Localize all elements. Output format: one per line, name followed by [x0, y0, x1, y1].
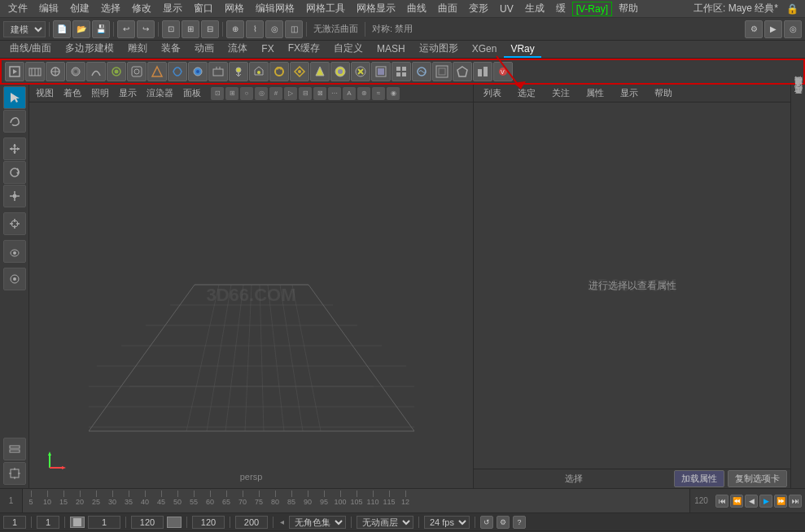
status-settings-btn[interactable]: ⚙ [497, 516, 510, 529]
render-btn[interactable]: ▶ [764, 20, 782, 38]
vp-smooth-icon[interactable]: ○ [240, 87, 253, 100]
right-header-focus[interactable]: 关注 [549, 86, 573, 100]
viewport-menu-shading[interactable]: 着色 [60, 86, 85, 100]
channel-box-tab[interactable]: 通道盒/层编辑器 [791, 88, 806, 97]
snap-to-point-btn[interactable]: ◎ [265, 20, 283, 38]
open-file-btn[interactable]: 📂 [72, 20, 90, 38]
tab-curves-surfaces[interactable]: 曲线/曲面 [3, 41, 58, 59]
tab-animation[interactable]: 动画 [188, 41, 221, 59]
vp-resolution-icon[interactable]: ⊟ [299, 87, 312, 100]
anim-layer-dropdown[interactable]: 无动画层 [357, 516, 413, 529]
vray-icon-9[interactable] [168, 62, 187, 81]
lock-icon[interactable]: 🔒 [783, 3, 802, 15]
menu-window[interactable]: 窗口 [189, 0, 218, 17]
vray-icon-7[interactable] [127, 62, 147, 81]
vp-toggle-icon[interactable]: ⊡ [211, 87, 224, 100]
current-frame-input[interactable] [3, 516, 26, 529]
scale-tool-btn[interactable] [3, 185, 26, 207]
tab-fx[interactable]: FX [255, 41, 280, 58]
timeline-ruler[interactable]: 5101520253035404550556065707580859095100… [23, 489, 689, 512]
menu-mesh-display[interactable]: 网格显示 [352, 0, 400, 17]
vray-icon-2[interactable] [25, 62, 45, 81]
menu-deform[interactable]: 变形 [464, 0, 493, 17]
vp-motion-blur-icon[interactable]: ≈ [372, 87, 385, 100]
rotate-tool-btn[interactable] [3, 161, 26, 184]
vp-grid-icon[interactable]: # [269, 87, 282, 100]
soft-select-btn[interactable] [3, 240, 26, 263]
viewport-menu-panels[interactable]: 面板 [180, 86, 204, 100]
range-start-input[interactable] [88, 516, 120, 529]
menu-generate[interactable]: 生成 [520, 0, 549, 17]
modeling-toolkit-tab[interactable]: 建模工具包 [791, 97, 806, 103]
vp-isolate-icon[interactable]: ◎ [255, 87, 268, 100]
status-color-swatch[interactable] [70, 517, 85, 528]
viewport-3d[interactable]: 3D66.COM persp [29, 102, 473, 488]
range-end-input[interactable] [192, 516, 225, 529]
ipr-btn[interactable]: ◎ [784, 20, 802, 38]
new-file-btn[interactable]: 📄 [53, 20, 71, 38]
fps-dropdown[interactable]: 24 fps [424, 516, 470, 529]
menu-vray[interactable]: [V-Ray] [572, 2, 612, 16]
menu-file[interactable]: 文件 [3, 0, 33, 17]
snap-to-grid-btn[interactable]: ⊕ [226, 20, 244, 38]
snap-to-view-plane-btn[interactable]: ◫ [285, 20, 303, 38]
display-layers-btn[interactable] [3, 438, 26, 460]
redo-btn[interactable]: ↪ [137, 20, 155, 38]
vray-icon-19[interactable] [371, 62, 391, 81]
menu-select[interactable]: 选择 [96, 0, 125, 17]
menu-create[interactable]: 创建 [65, 0, 94, 17]
select-by-component-btn[interactable]: ⊟ [201, 20, 219, 38]
step-back-btn[interactable]: ⏪ [730, 495, 743, 508]
select-by-obj-type-btn[interactable]: ⊞ [182, 20, 199, 38]
viewport-menu-view[interactable]: 视图 [33, 86, 57, 100]
menu-edit[interactable]: 编辑 [34, 0, 63, 17]
vray-icon-23[interactable] [453, 62, 472, 81]
viewport-menu-lighting[interactable]: 照明 [88, 86, 112, 100]
vray-icon-16[interactable] [310, 62, 330, 81]
menu-help[interactable]: 帮助 [614, 0, 643, 17]
viewport-menu-show[interactable]: 显示 [116, 86, 140, 100]
right-header-help[interactable]: 帮助 [651, 86, 676, 100]
range-start2-input[interactable] [131, 516, 164, 529]
go-end-btn[interactable]: ⏭ [789, 495, 802, 508]
tab-sculpt[interactable]: 雕刻 [121, 41, 154, 59]
play-back-btn[interactable]: ◀ [745, 495, 758, 508]
module-dropdown[interactable]: 建模 [3, 21, 46, 37]
select-tool-btn[interactable] [3, 86, 26, 109]
vp-hud-icon[interactable]: ⊠ [313, 87, 326, 100]
vp-aa-icon[interactable]: A [343, 87, 356, 100]
menu-mesh[interactable]: 网格 [220, 0, 249, 17]
menu-cache[interactable]: 缓 [551, 0, 571, 17]
undo-btn[interactable]: ↩ [117, 20, 135, 38]
viewport-menu-renderer[interactable]: 渲染器 [143, 86, 177, 100]
menu-mesh-tools[interactable]: 网格工具 [301, 0, 350, 17]
menu-modify[interactable]: 修改 [127, 0, 156, 17]
menu-display[interactable]: 显示 [158, 0, 187, 17]
render-settings-btn[interactable]: ⚙ [745, 20, 763, 38]
vp-clipping-icon[interactable]: ⋯ [328, 87, 341, 100]
tab-poly-modeling[interactable]: 多边形建模 [59, 41, 120, 59]
status-help-btn[interactable]: ? [513, 516, 526, 529]
vray-icon-4[interactable] [66, 62, 85, 81]
copy-tab-btn[interactable]: 复制选项卡 [728, 470, 787, 487]
status-swatch2[interactable] [167, 517, 182, 528]
vray-icon-13[interactable] [249, 62, 269, 81]
vray-icon-18[interactable] [351, 62, 370, 81]
vray-icon-17[interactable] [330, 62, 350, 81]
char-set-dropdown[interactable]: 无角色集 [289, 516, 346, 529]
paint-btn[interactable] [3, 268, 26, 290]
menu-surfaces[interactable]: 曲面 [433, 0, 462, 17]
move-tool-btn[interactable] [3, 137, 26, 160]
right-header-display[interactable]: 显示 [617, 86, 641, 100]
vray-icon-15[interactable] [290, 62, 309, 81]
tab-rigging[interactable]: 装备 [155, 41, 187, 59]
vray-icon-14[interactable] [269, 62, 289, 81]
vray-icon-22[interactable] [432, 62, 452, 81]
vray-icon-20[interactable] [392, 62, 411, 81]
lasso-select-btn[interactable] [3, 110, 26, 133]
vp-wireframe-icon[interactable]: ⊞ [225, 87, 238, 100]
tab-mash[interactable]: MASH [370, 41, 412, 58]
tab-fx-cache[interactable]: FX缓存 [282, 41, 326, 59]
vray-icon-1[interactable] [5, 62, 24, 81]
go-start-btn[interactable]: ⏮ [715, 495, 728, 508]
